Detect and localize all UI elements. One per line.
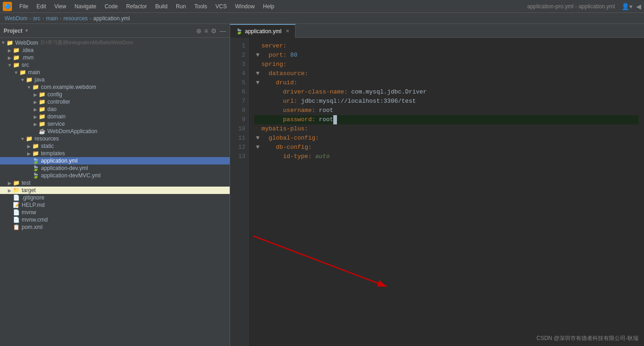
tree-item-target[interactable]: ▶📁target <box>0 187 230 194</box>
menu-build[interactable]: Build <box>151 2 171 11</box>
code-line: ▼ db-config: <box>254 143 638 152</box>
file-label: java <box>35 76 45 83</box>
file-icon: 📁 <box>32 143 39 149</box>
tree-item-templates[interactable]: ▶📁templates <box>0 150 230 157</box>
tree-item-java[interactable]: ▼📁java <box>0 76 230 83</box>
tree-item-main[interactable]: ▼📁main <box>0 69 230 76</box>
code-key: druid: <box>276 79 297 86</box>
breadcrumb-file[interactable]: application.yml <box>93 15 130 22</box>
code-key: datasource: <box>269 70 308 77</box>
breadcrumb-src[interactable]: src <box>33 15 41 22</box>
code-key: server: <box>261 42 287 49</box>
code-area[interactable]: 12345678910111213 server:▼ port: 80sprin… <box>230 38 644 346</box>
tab-application-yml[interactable]: 🍃 application.yml ✕ <box>230 24 296 38</box>
tree-item-controller[interactable]: ▶📁controller <box>0 98 230 106</box>
code-line: mybatis-plus: <box>254 124 638 134</box>
file-icon: 📄 <box>13 209 20 216</box>
line-number: 4 <box>233 69 245 78</box>
tree-item-resources[interactable]: ▼📁resources <box>0 135 230 142</box>
sidebar-close-icon[interactable]: — <box>220 27 226 35</box>
menu-code[interactable]: Code <box>101 2 122 11</box>
tree-item-gitignore[interactable]: 📄.gitignore <box>0 194 230 201</box>
breadcrumb: WebDom › src › main › resources › applic… <box>0 13 644 24</box>
tree-item-com[interactable]: ▼📁com.example.webdom <box>0 83 230 91</box>
file-label: target <box>22 187 36 194</box>
breadcrumb-main[interactable]: main <box>46 15 58 22</box>
breadcrumb-sep-3: › <box>60 15 62 22</box>
menu-file[interactable]: File <box>16 2 32 11</box>
sidebar-header: Project ▾ ⊕ ≡ ⚙ — <box>0 24 230 38</box>
code-content[interactable]: server:▼ port: 80spring:▼ datasource:▼ d… <box>249 38 644 346</box>
code-plain: com.mysql.jdbc.Driver <box>351 88 427 95</box>
tree-item-src[interactable]: ▼📁src <box>0 61 230 69</box>
tree-item-config[interactable]: ▶📁config <box>0 91 230 98</box>
tree-item-idea[interactable]: ▶📁.idea <box>0 47 230 54</box>
tree-item-application-devmvc-yml[interactable]: 🍃application-devMVC.yml <box>0 172 230 179</box>
toggle-icon: ▶ <box>6 55 13 60</box>
tree-item-application-dev-yml[interactable]: 🍃application-dev.yml <box>0 164 230 172</box>
toggle-icon: ▶ <box>32 107 39 112</box>
tree-item-pom[interactable]: 📋pom.xml <box>0 223 230 231</box>
tree-item-dao[interactable]: ▶📁dao <box>0 106 230 113</box>
breadcrumb-webdom[interactable]: WebDom <box>5 15 28 22</box>
tree-item-test[interactable]: ▶📁test <box>0 179 230 187</box>
menu-run[interactable]: Run <box>172 2 190 11</box>
gutter-icon: ▼ <box>254 134 261 143</box>
file-label: .gitignore <box>22 194 44 201</box>
line-number: 3 <box>233 60 245 69</box>
file-icon: 📁 <box>13 54 20 61</box>
sidebar-localize-icon[interactable]: ⊕ <box>196 27 202 35</box>
file-icon: 📁 <box>32 150 39 157</box>
sidebar-settings-icon[interactable]: ⚙ <box>211 27 217 35</box>
toggle-icon: ▼ <box>6 63 13 68</box>
tree-item-webdom[interactable]: ▼📁WebDomD:\学习案例\integrationMyBatis\WebDo… <box>0 39 230 47</box>
menu-edit[interactable]: Edit <box>33 2 50 11</box>
file-label: WebDomApplication <box>47 128 98 135</box>
menu-tools[interactable]: Tools <box>191 2 211 11</box>
tree-item-mvn[interactable]: ▶📁.mvn <box>0 54 230 61</box>
breadcrumb-resources[interactable]: resources <box>64 15 88 22</box>
line-number: 2 <box>233 51 245 60</box>
file-icon: 📁 <box>39 121 46 127</box>
menu-help[interactable]: Help <box>259 2 278 11</box>
toggle-icon: ▶ <box>26 144 32 149</box>
menu-view[interactable]: View <box>51 2 70 11</box>
tree-item-help[interactable]: 📝HELP.md <box>0 201 230 209</box>
code-key: url: <box>283 98 297 105</box>
code-key: global-config: <box>269 135 319 141</box>
file-label: domain <box>47 113 65 120</box>
line-number: 12 <box>233 143 245 152</box>
tab-close-icon[interactable]: ✕ <box>285 28 290 34</box>
line-number: 11 <box>233 134 245 143</box>
file-icon: 📁 <box>39 106 46 112</box>
file-label: static <box>41 143 54 149</box>
toggle-icon: ▼ <box>0 40 6 45</box>
sidebar-dropdown-icon[interactable]: ▾ <box>25 28 28 34</box>
code-plain: root <box>319 116 333 123</box>
gutter-icon: ▼ <box>254 143 261 152</box>
tree-item-domain[interactable]: ▶📁domain <box>0 113 230 120</box>
code-key: username: <box>283 107 315 114</box>
tree-item-application-yml[interactable]: 🍃application.yml <box>0 157 230 164</box>
tree-item-webdomapp[interactable]: ☕WebDomApplication <box>0 128 230 135</box>
tree-item-mvnw[interactable]: 📄mvnw <box>0 209 230 216</box>
file-icon: 📄 <box>13 217 20 223</box>
menu-window[interactable]: Window <box>232 2 259 11</box>
tree-item-service[interactable]: ▶📁service <box>0 120 230 128</box>
breadcrumb-sep-1: › <box>29 15 31 22</box>
menu-refactor[interactable]: Refactor <box>122 2 151 11</box>
menu-navigate[interactable]: Navigate <box>71 2 100 11</box>
file-icon: 📁 <box>13 180 20 186</box>
toggle-icon: ▼ <box>19 77 26 82</box>
file-label: com.example.webdom <box>41 84 96 90</box>
toggle-icon: ▶ <box>26 151 32 156</box>
tree-item-static[interactable]: ▶📁static <box>0 142 230 150</box>
main-layout: Project ▾ ⊕ ≡ ⚙ — ▼📁WebDomD:\学习案例\integr… <box>0 24 644 346</box>
sidebar-collapse-icon[interactable]: ≡ <box>204 27 208 35</box>
toggle-icon: ▼ <box>13 70 19 75</box>
file-icon: 🍃 <box>32 158 39 164</box>
tree-item-mvnwcmd[interactable]: 📄mvnw.cmd <box>0 216 230 223</box>
code-plain: jdbc:mysql://localhost:3306/test <box>301 98 416 105</box>
menu-vcs[interactable]: VCS <box>212 2 231 11</box>
file-label: .idea <box>22 47 34 53</box>
